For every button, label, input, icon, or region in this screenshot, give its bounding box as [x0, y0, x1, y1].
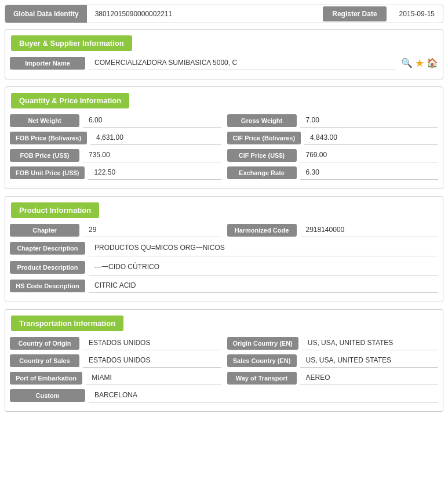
country-sales-field: Country of Sales ESTADOS UNIDOS [10, 353, 221, 368]
hs-code-value: CITRIC ACID [89, 278, 438, 293]
country-sales-value: ESTADOS UNIDOS [83, 353, 221, 368]
fob-unit-label: FOB Unit Price (US$) [10, 166, 85, 179]
register-date-button[interactable]: Register Date [323, 6, 386, 21]
way-transport-value: AEREO [300, 371, 439, 385]
country-origin-field: Country of Origin ESTADOS UNIDOS [10, 336, 221, 350]
port-embarkation-label: Port of Embarkation [10, 372, 82, 385]
gross-weight-field: Gross Weight 7.00 [227, 113, 439, 128]
chapter-desc-row: Chapter Description PRODUCTOS QU=MICOS O… [10, 240, 438, 256]
product-title: Product Information [11, 202, 99, 218]
country-origin-label: Country of Origin [10, 337, 79, 350]
product-desc-label: Product Description [10, 261, 85, 274]
chapter-desc-label: Chapter Description [10, 242, 85, 255]
way-transport-field: Way of Transport AEREO [227, 371, 439, 385]
fob-usd-field: FOB Price (US$) 735.00 [10, 148, 221, 162]
transportation-section: Transportation Information Country of Or… [5, 309, 443, 412]
hs-code-label: HS Code Description [10, 280, 85, 292]
fob-unit-value: 122.50 [88, 165, 221, 180]
home-icon[interactable]: 🏠 [427, 57, 438, 68]
chapter-harmonized-row: Chapter 29 Harmonized Code 2918140000 [10, 223, 438, 237]
country-sales-row: Country of Sales ESTADOS UNIDOS Sales Co… [10, 353, 438, 368]
net-gross-row: Net Weight 6.00 Gross Weight 7.00 [10, 113, 438, 128]
exchange-rate-label: Exchange Rate [227, 166, 297, 179]
star-icon[interactable]: ★ [415, 57, 424, 70]
fob-bolivares-value: 4,631.00 [90, 130, 221, 145]
cif-usd-label: CIF Price (US$) [227, 149, 297, 162]
net-weight-value: 6.00 [83, 113, 221, 128]
fob-usd-value: 735.00 [83, 148, 221, 162]
fob-bolivares-label: FOB Price (Bolivares) [10, 132, 87, 144]
fob-cif-usd-row: FOB Price (US$) 735.00 CIF Price (US$) 7… [10, 148, 438, 162]
product-desc-value: ---一CIDO CÛTRICO [89, 259, 438, 275]
port-way-row: Port of Embarkation MIAMI Way of Transpo… [10, 371, 438, 385]
chapter-label: Chapter [10, 224, 79, 237]
country-sales-label: Country of Sales [10, 354, 79, 367]
chapter-value: 29 [83, 223, 221, 237]
custom-value: BARCELONA [89, 388, 438, 403]
cif-bolivares-field: CIF Price (Bolivares) 4,843.00 [227, 130, 439, 145]
gross-weight-value: 7.00 [300, 113, 439, 128]
transportation-title: Transportation Information [11, 316, 123, 331]
cif-usd-field: CIF Price (US$) 769.00 [227, 148, 439, 162]
fob-usd-label: FOB Price (US$) [10, 149, 79, 162]
transportation-body: Country of Origin ESTADOS UNIDOS Origin … [5, 336, 443, 411]
page-wrapper: Global Data Identity 3801201509000000221… [0, 0, 448, 423]
global-data-value: 38012015090000002211 [87, 5, 319, 23]
country-origin-row: Country of Origin ESTADOS UNIDOS Origin … [10, 336, 438, 350]
identity-row: Global Data Identity 3801201509000000221… [5, 5, 443, 23]
fob-unit-exchange-row: FOB Unit Price (US$) 122.50 Exchange Rat… [10, 165, 438, 180]
importer-label: Importer Name [10, 57, 85, 70]
harmonized-label: Harmonized Code [227, 224, 297, 237]
buyer-supplier-body: Importer Name COMERCIALIZADORA SUMIBASIC… [5, 56, 443, 79]
global-data-label: Global Data Identity [5, 5, 87, 23]
cif-usd-value: 769.00 [300, 148, 439, 162]
country-origin-value: ESTADOS UNIDOS [83, 336, 221, 350]
origin-country-en-field: Origin Country (EN) US, USA, UNITED STAT… [227, 336, 439, 350]
origin-country-en-label: Origin Country (EN) [227, 337, 298, 350]
exchange-rate-value: 6.30 [300, 165, 439, 180]
search-icon[interactable]: 🔍 [401, 57, 413, 68]
register-date-value: 2015-09-15 [391, 5, 443, 23]
port-embarkation-field: Port of Embarkation MIAMI [10, 371, 221, 385]
product-desc-row: Product Description ---一CIDO CÛTRICO [10, 259, 438, 275]
origin-country-en-value: US, USA, UNITED STATES [302, 336, 438, 350]
cif-bolivares-label: CIF Price (Bolivares) [227, 132, 301, 144]
fob-unit-field: FOB Unit Price (US$) 122.50 [10, 165, 221, 180]
harmonized-field: Harmonized Code 2918140000 [227, 223, 439, 237]
net-weight-label: Net Weight [10, 114, 79, 127]
quantity-price-section: Quantity & Price Information Net Weight … [5, 86, 443, 189]
gross-weight-label: Gross Weight [227, 114, 297, 127]
product-body: Chapter 29 Harmonized Code 2918140000 Ch… [5, 223, 443, 302]
quantity-price-body: Net Weight 6.00 Gross Weight 7.00 FOB Pr… [5, 113, 443, 188]
importer-value: COMERCIALIZADORA SUMIBASICA 5000, C [89, 56, 396, 70]
product-section: Product Information Chapter 29 Harmonize… [5, 196, 443, 302]
port-embarkation-value: MIAMI [86, 371, 221, 385]
custom-label: Custom [10, 389, 85, 402]
exchange-rate-field: Exchange Rate 6.30 [227, 165, 439, 180]
buyer-supplier-title: Buyer & Supplier Information [11, 35, 132, 51]
fob-cif-bolivares-row: FOB Price (Bolivares) 4,631.00 CIF Price… [10, 130, 438, 145]
chapter-field: Chapter 29 [10, 223, 221, 237]
importer-row: Importer Name COMERCIALIZADORA SUMIBASIC… [10, 56, 438, 70]
quantity-price-title: Quantity & Price Information [11, 93, 129, 108]
custom-row: Custom BARCELONA [10, 388, 438, 403]
fob-bolivares-field: FOB Price (Bolivares) 4,631.00 [10, 130, 221, 145]
sales-country-en-value: US, USA, UNITED STATES [300, 353, 439, 368]
buyer-supplier-section: Buyer & Supplier Information Importer Na… [5, 29, 443, 79]
icon-group: 🔍 ★ 🏠 [401, 57, 438, 70]
sales-country-en-label: Sales Country (EN) [227, 354, 297, 367]
net-weight-field: Net Weight 6.00 [10, 113, 221, 128]
sales-country-en-field: Sales Country (EN) US, USA, UNITED STATE… [227, 353, 439, 368]
hs-code-row: HS Code Description CITRIC ACID [10, 278, 438, 293]
way-transport-label: Way of Transport [227, 372, 297, 385]
chapter-desc-value: PRODUCTOS QU=MICOS ORG一NICOS [89, 240, 438, 256]
harmonized-value: 2918140000 [300, 223, 439, 237]
cif-bolivares-value: 4,843.00 [304, 130, 438, 145]
